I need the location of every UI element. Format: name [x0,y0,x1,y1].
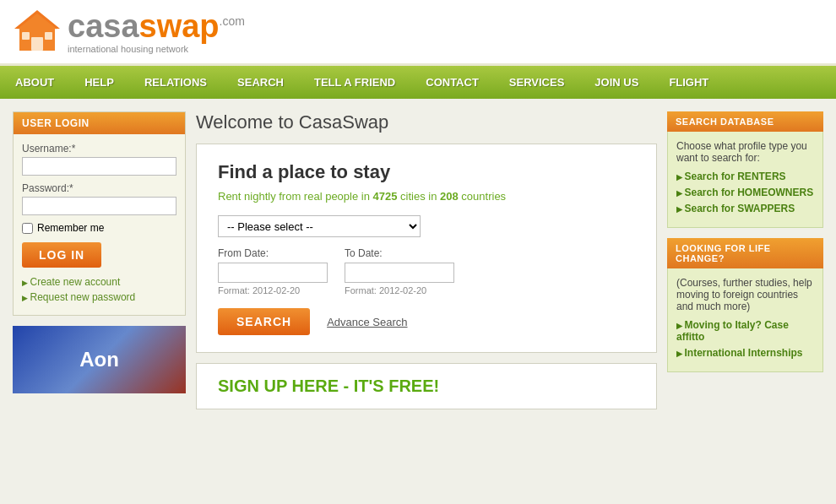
rent-mid: cities in [397,190,440,203]
logo-casa: casa [68,8,139,44]
search-panel: Find a place to stay Rent nightly from r… [196,144,657,353]
password-label: Password:* [22,182,176,194]
request-password-link[interactable]: Request new password [22,291,176,303]
from-date-group: From Date: Format: 2012-02-20 [218,247,328,295]
logo-com: .com [220,14,245,28]
main-nav: ABOUT HELP RELATIONS SEARCH TELL A FRIEN… [0,66,836,99]
logo-brand: casaswap.com [68,10,245,42]
search-renters-link[interactable]: Search for RENTERS [676,171,814,182]
from-date-format: Format: 2012-02-20 [218,285,328,295]
select-row: -- Please select -- [218,215,635,237]
logo-area: casaswap.com international housing netwo… [13,8,823,55]
logo-house [13,8,63,55]
nav-services[interactable]: SERVICES [494,66,580,99]
user-login-title: USER LOGIN [14,112,185,134]
center-column: Welcome to CasaSwap Find a place to stay… [196,111,657,409]
right-column: SEARCH DATABASE Choose what profile type… [667,111,823,409]
nav-join-us[interactable]: JOIN US [579,66,654,99]
user-login-box: USER LOGIN Username:* Password:* Remembe… [13,111,186,316]
search-database-desc: Choose what profile type you want to sea… [676,140,814,164]
logo-swap: swap [139,8,220,44]
left-column: USER LOGIN Username:* Password:* Remembe… [13,111,186,409]
from-date-label: From Date: [218,247,328,259]
location-select[interactable]: -- Please select -- [218,215,421,237]
to-date-group: To Date: Format: 2012-02-20 [345,247,454,295]
to-date-input[interactable] [345,263,454,283]
life-change-desc: (Courses, further studies, help moving t… [676,277,814,312]
svg-marker-4 [17,14,57,51]
password-input[interactable] [22,197,176,215]
search-actions: SEARCH Advance Search [218,308,635,335]
signup-title: SIGN UP HERE - IT'S FREE! [218,377,635,396]
ad-image: Aon [13,326,186,393]
search-swappers-link[interactable]: Search for SWAPPERS [676,203,814,214]
to-date-format: Format: 2012-02-20 [345,285,454,295]
remember-checkbox[interactable] [22,223,33,234]
remember-row: Remember me [22,222,176,234]
remember-label: Remember me [37,222,104,234]
username-label: Username:* [22,143,176,154]
welcome-title: Welcome to CasaSwap [196,111,657,133]
nav-search[interactable]: SEARCH [222,66,299,99]
rent-suffix: countries [459,190,506,203]
nav-contact[interactable]: CONTACT [410,66,494,99]
life-change-title: LOOKING FOR LIFE CHANGE? [667,238,823,268]
nav-help[interactable]: HELP [69,66,129,99]
login-links: Create new account Request new password [22,276,176,303]
rent-text: Rent nightly from real people in 4725 ci… [218,190,635,203]
search-homeowners-link[interactable]: Search for HOMEOWNERS [676,187,814,198]
nav-flight[interactable]: FLIGHT [654,66,724,99]
ad-text: Aon [79,348,119,371]
logo-text: casaswap.com international housing netwo… [68,10,245,54]
cities-count: 4725 [373,190,398,203]
nav-about[interactable]: ABOUT [0,66,69,99]
advance-search-link[interactable]: Advance Search [327,316,407,328]
search-database-box: SEARCH DATABASE Choose what profile type… [667,111,823,228]
nav-relations[interactable]: RELATIONS [129,66,222,99]
date-row: From Date: Format: 2012-02-20 To Date: F… [218,247,635,295]
user-login-body: Username:* Password:* Remember me LOG IN… [14,134,185,315]
username-input[interactable] [22,157,176,176]
signup-panel: SIGN UP HERE - IT'S FREE! [196,363,657,409]
login-button[interactable]: LOG IN [22,242,101,268]
search-button[interactable]: SEARCH [218,308,310,335]
rent-prefix: Rent nightly from real people in [218,190,373,203]
create-account-link[interactable]: Create new account [22,276,176,288]
nav-tell-a-friend[interactable]: TELL A FRIEND [299,66,410,99]
from-date-input[interactable] [218,263,328,283]
find-title: Find a place to stay [218,161,635,183]
to-date-label: To Date: [345,247,454,259]
search-database-body: Choose what profile type you want to sea… [667,132,823,228]
logo-tagline: international housing network [68,44,245,54]
life-change-box: LOOKING FOR LIFE CHANGE? (Courses, furth… [667,238,823,372]
italy-link[interactable]: Moving to Italy? Case affitto [676,319,814,343]
life-change-body: (Courses, further studies, help moving t… [667,268,823,372]
ad-box: Aon [13,326,186,393]
internships-link[interactable]: International Internships [676,347,814,359]
header: casaswap.com international housing netwo… [0,0,836,66]
countries-count: 208 [440,190,459,203]
main-layout: USER LOGIN Username:* Password:* Remembe… [0,99,836,422]
search-database-title: SEARCH DATABASE [667,111,823,132]
